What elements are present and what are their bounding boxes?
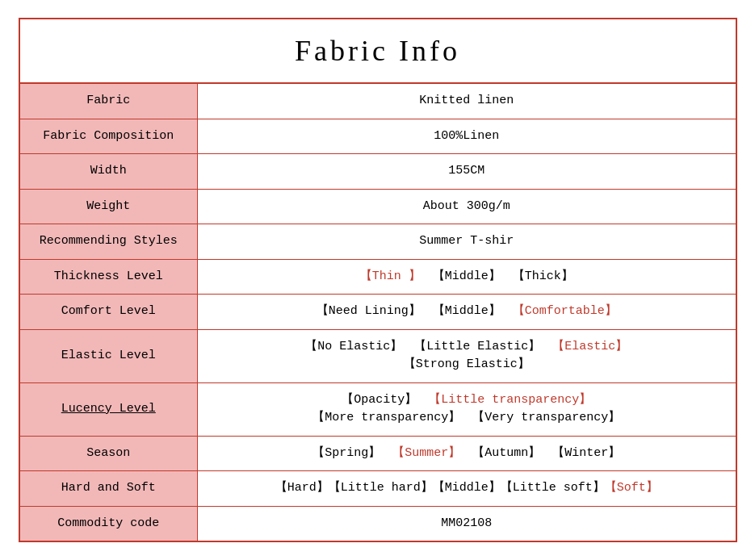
row-label-3: Weight: [20, 189, 198, 224]
row-value-9: 【Spring】 【Summer】 【Autumn】 【Winter】: [198, 436, 736, 471]
row-label-11: Commodity code: [20, 506, 198, 541]
row-label-9: Season: [20, 436, 198, 471]
row-label-8: Lucency Level: [20, 382, 198, 436]
row-value-3: About 300g/m: [198, 189, 736, 224]
row-value-8: 【Opacity】 【Little transparency】【More tra…: [198, 382, 736, 436]
row-value-0: Knitted linen: [198, 84, 736, 119]
row-value-1: 100%Linen: [198, 119, 736, 154]
row-label-2: Width: [20, 154, 198, 190]
row-value-10: 【Hard】【Little hard】【Middle】【Little soft】…: [198, 471, 736, 507]
row-value-6: 【Need Lining】 【Middle】 【Comfortable】: [198, 295, 736, 330]
row-label-0: Fabric: [20, 84, 198, 119]
row-label-6: Comfort Level: [20, 295, 198, 330]
row-value-5: 【Thin 】 【Middle】 【Thick】: [198, 259, 736, 295]
row-value-7: 【No Elastic】 【Little Elastic】 【Elastic】【…: [198, 329, 736, 382]
row-label-10: Hard and Soft: [20, 471, 198, 507]
row-label-5: Thickness Level: [20, 259, 198, 295]
row-label-4: Recommending Styles: [20, 224, 198, 260]
row-value-4: Summer T-shir: [198, 224, 736, 260]
row-label-1: Fabric Composition: [20, 119, 198, 154]
row-value-2: 155CM: [198, 154, 736, 190]
fabric-info-card: Fabric Info FabricKnitted linenFabric Co…: [19, 18, 737, 542]
row-value-11: MM02108: [198, 506, 736, 541]
card-title: Fabric Info: [20, 19, 736, 84]
row-label-7: Elastic Level: [20, 329, 198, 382]
